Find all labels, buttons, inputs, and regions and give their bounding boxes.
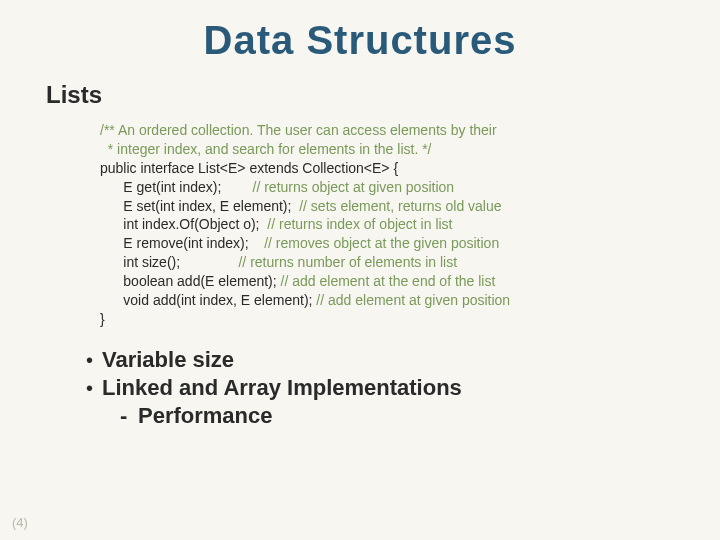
code-block: /** An ordered collection. The user can …	[100, 121, 680, 329]
bullet-text: Variable size	[102, 347, 234, 373]
bullet-text: Linked and Array Implementations	[102, 375, 462, 401]
code-line: E set(int index, E element); // sets ele…	[100, 197, 680, 216]
code-line: E get(int index); // returns object at g…	[100, 178, 680, 197]
code-line: void add(int index, E element); // add e…	[100, 291, 680, 310]
slide-title: Data Structures	[40, 18, 680, 63]
sub-bullet-text: Performance	[138, 403, 273, 429]
code-comment: * integer index, and search for elements…	[100, 140, 680, 159]
list-item: • Variable size	[86, 347, 680, 373]
code-comment: /** An ordered collection. The user can …	[100, 121, 680, 140]
code-line: int size(); // returns number of element…	[100, 253, 680, 272]
code-line: }	[100, 310, 680, 329]
code-line: public interface List<E> extends Collect…	[100, 159, 680, 178]
code-line: boolean add(E element); // add element a…	[100, 272, 680, 291]
bullet-icon: •	[86, 350, 102, 370]
slide: Data Structures Lists /** An ordered col…	[0, 0, 720, 540]
bullet-list: • Variable size • Linked and Array Imple…	[86, 347, 680, 429]
page-number: (4)	[12, 515, 28, 530]
section-heading: Lists	[46, 81, 680, 109]
code-line: int index.Of(Object o); // returns index…	[100, 215, 680, 234]
code-line: E remove(int index); // removes object a…	[100, 234, 680, 253]
bullet-icon: •	[86, 378, 102, 398]
sub-list-item: - Performance	[120, 403, 680, 429]
dash-icon: -	[120, 403, 138, 429]
list-item: • Linked and Array Implementations	[86, 375, 680, 401]
